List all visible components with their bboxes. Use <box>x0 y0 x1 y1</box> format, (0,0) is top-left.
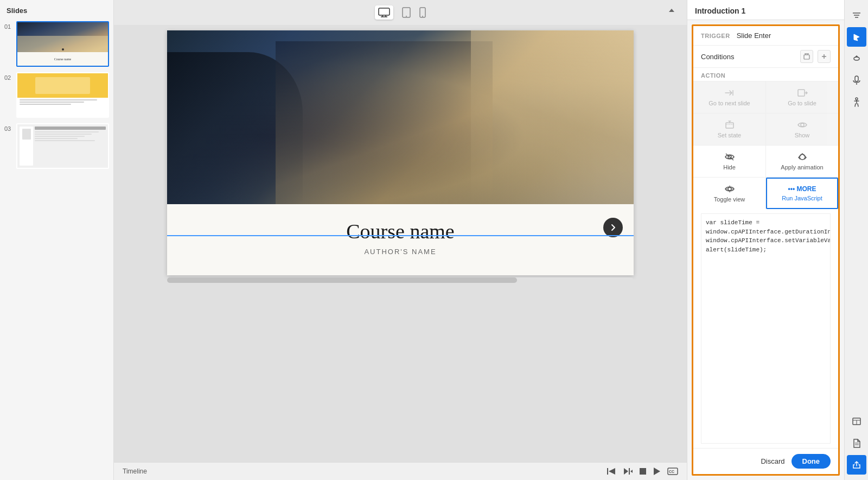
timeline-bar: Timeline <box>114 462 687 480</box>
action-set-state[interactable]: Set state <box>693 113 765 145</box>
timeline-play[interactable] <box>653 467 661 476</box>
slide-next-button[interactable] <box>603 218 623 237</box>
slide-number-1: 01 <box>4 23 16 30</box>
add-condition-button[interactable] <box>818 50 831 63</box>
slide-number-3: 03 <box>4 125 16 132</box>
svg-point-27 <box>728 187 731 191</box>
slide1-title-area: Course name <box>17 52 108 66</box>
action-set-state-label: Set state <box>718 132 741 138</box>
right-sidebar-icons <box>844 0 868 480</box>
timeline-play-frame[interactable] <box>623 467 633 476</box>
slide-image <box>167 30 634 204</box>
action-apply-animation-label: Apply animation <box>781 164 823 170</box>
slide-content: Course name AUTHOR'S NAME <box>167 204 634 275</box>
show-icon <box>797 120 808 130</box>
document-icon-button[interactable] <box>847 433 866 453</box>
svg-rect-31 <box>855 76 858 81</box>
slide-thumbnail-1[interactable]: Course name <box>16 21 109 67</box>
svg-rect-21 <box>726 123 733 128</box>
slide-thumbnail-2[interactable] <box>16 72 109 118</box>
apply-animation-icon <box>797 152 808 162</box>
done-button[interactable]: Done <box>792 454 831 469</box>
action-go-next-label: Go to next slide <box>709 100 750 106</box>
action-hide-label: Hide <box>723 164 736 170</box>
svg-rect-0 <box>379 8 390 15</box>
main-canvas-area: Course name AUTHOR'S NAME <box>114 0 687 480</box>
trigger-value: Slide Enter <box>737 31 771 40</box>
canvas-wrapper: Course name AUTHOR'S NAME <box>114 25 687 462</box>
slide-item-1[interactable]: 01 Course name <box>4 21 109 67</box>
toggle-view-icon <box>724 184 735 194</box>
action-show[interactable]: Show <box>766 113 838 145</box>
action-section-label: Action <box>693 68 838 81</box>
accessibility-icon-button[interactable] <box>847 92 866 112</box>
animation-icon-button[interactable] <box>847 49 866 68</box>
svg-rect-20 <box>798 90 805 96</box>
action-go-next[interactable]: Go to next slide <box>693 81 765 113</box>
javascript-code-editor[interactable]: var slideTime = window.cpAPIInterface.ge… <box>701 213 831 444</box>
set-state-icon <box>724 120 735 130</box>
interaction-panel: TRIGGER Slide Enter Conditions <box>692 24 840 476</box>
desktop-device-button[interactable] <box>375 5 393 20</box>
slides-panel-title: Slides <box>4 7 109 15</box>
timeline-controls: CC <box>607 467 678 476</box>
action-go-to-slide-label: Go to slide <box>788 100 816 106</box>
slide-item-3[interactable]: 03 <box>4 123 109 169</box>
slide-bottom-line <box>167 235 634 236</box>
action-toggle-view-label: Toggle view <box>714 196 745 203</box>
action-run-javascript[interactable]: ••• MORE Run JavaScript <box>766 178 838 209</box>
tablet-device-button[interactable] <box>402 7 411 18</box>
svg-point-5 <box>406 16 407 17</box>
trigger-label: TRIGGER <box>701 33 730 39</box>
phone-device-button[interactable] <box>419 7 426 18</box>
run-javascript-label: Run JavaScript <box>782 195 822 201</box>
delete-condition-button[interactable] <box>800 50 813 63</box>
right-panel: Introduction 1 TRIGGER Slide Enter Condi… <box>687 0 844 480</box>
slide-number-2: 02 <box>4 74 16 81</box>
timeline-label: Timeline <box>123 468 147 475</box>
more-label: ••• MORE <box>788 185 816 193</box>
conditions-label: Conditions <box>701 53 800 61</box>
action-hide[interactable]: Hide <box>693 146 765 177</box>
right-panel-header: Introduction 1 <box>687 0 844 20</box>
slide-author-name: AUTHOR'S NAME <box>178 248 623 256</box>
svg-rect-13 <box>804 55 809 59</box>
svg-text:CC: CC <box>669 470 674 473</box>
slide-canvas: Course name AUTHOR'S NAME <box>167 30 634 275</box>
slide-course-name: Course name <box>178 219 623 243</box>
svg-point-7 <box>422 16 423 17</box>
filter-icon-button[interactable] <box>847 5 866 25</box>
go-next-icon <box>724 88 735 98</box>
action-grid: Go to next slide Go to slide <box>693 81 838 209</box>
timeline-captions[interactable]: CC <box>667 468 678 475</box>
action-go-to-slide[interactable]: Go to slide <box>766 81 838 113</box>
slide1-image <box>17 22 108 52</box>
audio-icon-button[interactable] <box>847 71 866 90</box>
slide-thumbnail-3[interactable] <box>16 123 109 169</box>
hide-icon <box>724 152 735 162</box>
action-show-label: Show <box>795 132 810 138</box>
slide2-image <box>17 73 108 98</box>
conditions-icons <box>800 50 831 63</box>
action-toggle-view[interactable]: Toggle view <box>693 178 765 209</box>
slide-item-2[interactable]: 02 <box>4 72 109 118</box>
share-icon-button[interactable] <box>847 455 866 475</box>
discard-button[interactable]: Discard <box>761 457 784 465</box>
panel-footer: Discard Done <box>693 448 838 474</box>
trigger-row: TRIGGER Slide Enter <box>693 26 838 46</box>
panel-title: Introduction 1 <box>695 7 837 15</box>
slide3-image <box>17 124 108 168</box>
timeline-step-back[interactable] <box>607 467 616 476</box>
timeline-stop[interactable] <box>639 468 647 475</box>
svg-rect-10 <box>640 468 646 475</box>
conditions-row: Conditions <box>693 46 838 68</box>
interactions-icon-button[interactable] <box>847 27 866 47</box>
go-to-slide-icon <box>797 88 808 98</box>
canvas-toolbar <box>114 0 687 25</box>
action-apply-animation[interactable]: Apply animation <box>766 146 838 177</box>
layout-icon-button[interactable] <box>847 412 866 431</box>
svg-point-23 <box>801 123 804 127</box>
slides-panel: Slides 01 Course name <box>0 0 114 480</box>
horizontal-scrollbar[interactable] <box>167 277 634 283</box>
